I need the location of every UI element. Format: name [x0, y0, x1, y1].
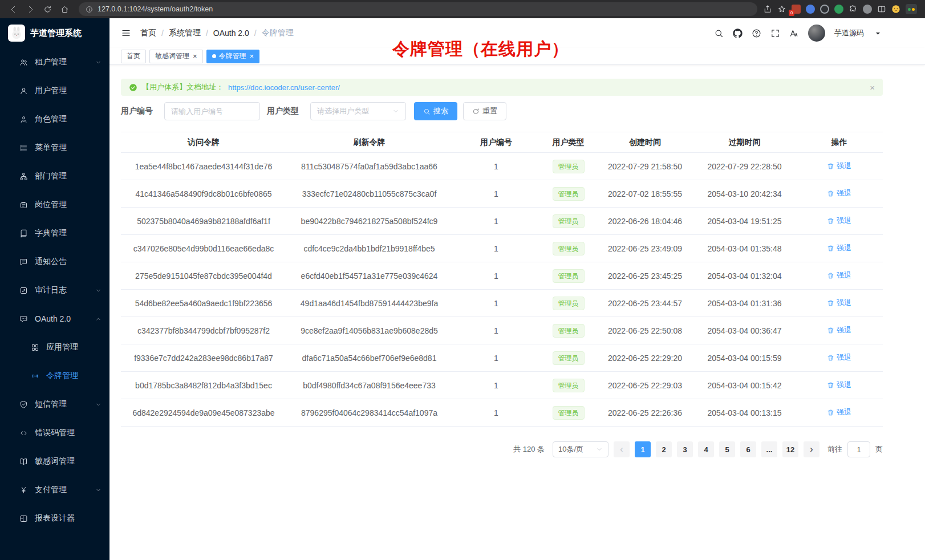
sidebar-item-oauth2-token[interactable]: 令牌管理: [0, 362, 109, 390]
search-icon: [423, 108, 431, 115]
page-button-6[interactable]: 6: [740, 441, 756, 457]
reload-button[interactable]: [40, 2, 55, 17]
page-button-4[interactable]: 4: [698, 441, 714, 457]
reset-button[interactable]: 重置: [463, 102, 506, 120]
home-button[interactable]: [57, 2, 72, 17]
tab-close-icon[interactable]: ×: [250, 52, 254, 60]
fullscreen-icon[interactable]: [770, 29, 780, 38]
sidebar-item-dept[interactable]: 部门管理: [0, 162, 109, 190]
caret-down-icon[interactable]: [873, 29, 883, 38]
sidebar-item-post[interactable]: 岗位管理: [0, 190, 109, 219]
tab-sensitive-word[interactable]: 敏感词管理×: [149, 50, 203, 63]
bookmark-star-icon[interactable]: [777, 5, 786, 14]
sidebar-item-error-code[interactable]: 错误码管理: [0, 419, 109, 447]
tab-label: 首页: [127, 51, 140, 61]
force-logout-button[interactable]: 强退: [827, 216, 851, 226]
user-id-cell: 1: [452, 208, 540, 235]
sidebar-item-sensitive-word[interactable]: 敏感词管理: [0, 447, 109, 476]
dark-extension-icon[interactable]: [820, 5, 829, 14]
book-icon: [19, 457, 28, 466]
force-logout-button[interactable]: 强退: [827, 188, 851, 198]
force-logout-button[interactable]: 强退: [827, 352, 851, 363]
back-button[interactable]: [6, 2, 21, 17]
sidebar-item-report[interactable]: 报表设计器: [0, 504, 109, 533]
profile-avatar[interactable]: [906, 4, 917, 14]
delete-icon: [827, 163, 834, 170]
sidebar-item-notice[interactable]: 通知公告: [0, 247, 109, 276]
broadcast-icon: [31, 372, 39, 380]
refresh-token-cell: cdfc4ce9c2da4bb1bdf21b9918ff4be5: [286, 235, 452, 262]
breadcrumb-item[interactable]: 系统管理: [169, 28, 201, 38]
tab-label: 敏感词管理: [155, 51, 189, 61]
force-logout-button[interactable]: 强退: [827, 407, 851, 417]
page-button-5[interactable]: 5: [719, 441, 735, 457]
delete-icon: [827, 245, 834, 252]
breadcrumb-item[interactable]: 令牌管理: [262, 28, 294, 38]
doc-link[interactable]: https://doc.iocoder.cn/user-center/: [228, 83, 340, 92]
github-icon[interactable]: [733, 29, 743, 38]
extensions-puzzle-icon[interactable]: [849, 5, 858, 14]
code-icon: [19, 429, 28, 437]
user-type-tag: 管理员: [553, 242, 585, 255]
share-icon[interactable]: [763, 5, 772, 14]
sidebar-item-audit-log[interactable]: 审计日志: [0, 276, 109, 305]
page-button-3[interactable]: 3: [677, 441, 693, 457]
user-id-input[interactable]: [164, 102, 260, 120]
force-logout-button[interactable]: 强退: [827, 161, 851, 171]
menu-collapse-icon[interactable]: [121, 28, 131, 38]
page-button-1[interactable]: 1: [635, 441, 651, 457]
tab-token[interactable]: 令牌管理×: [206, 50, 260, 63]
green-extension-icon[interactable]: [834, 5, 843, 14]
prev-page-button[interactable]: ‹: [614, 441, 630, 457]
alert-close-icon[interactable]: ×: [870, 83, 875, 92]
force-logout-button[interactable]: 强退: [827, 270, 851, 281]
sidebar-item-label: 字典管理: [35, 228, 67, 238]
user-avatar[interactable]: [808, 25, 825, 42]
goto-page-input[interactable]: [847, 441, 870, 457]
site-info-icon[interactable]: [86, 6, 93, 13]
tab-home[interactable]: 首页: [121, 50, 146, 63]
tab-close-icon[interactable]: ×: [193, 52, 197, 60]
address-bar[interactable]: 127.0.0.1:1024/system/oauth2/token: [79, 2, 757, 16]
user-type-tag: 管理员: [553, 160, 585, 173]
blue-extension-icon[interactable]: [806, 5, 815, 14]
page-button-...[interactable]: ...: [761, 441, 777, 457]
sidebar-item-tenant[interactable]: 租户管理: [0, 48, 109, 76]
delete-icon: [827, 409, 834, 416]
sidebar-item-label: 审计日志: [35, 285, 67, 295]
forward-button[interactable]: [23, 2, 38, 17]
profile-emoji-avatar[interactable]: [891, 5, 900, 14]
page-button-12[interactable]: 12: [782, 441, 798, 457]
sidebar-item-oauth2[interactable]: OAuth 2.0: [0, 305, 109, 333]
split-view-icon[interactable]: [877, 5, 886, 14]
access-token-cell: 41c41346a548490f9dc8b01c6bfe0865: [121, 180, 286, 208]
sidebar-item-oauth2-app[interactable]: 应用管理: [0, 333, 109, 362]
sidebar-item-menu[interactable]: 菜单管理: [0, 133, 109, 162]
page-button-2[interactable]: 2: [656, 441, 672, 457]
sidebar-item-dict[interactable]: 字典管理: [0, 219, 109, 247]
force-logout-button[interactable]: 强退: [827, 243, 851, 253]
adblock-extension-icon[interactable]: 0: [792, 5, 801, 14]
breadcrumb-item[interactable]: OAuth 2.0: [213, 29, 249, 38]
force-logout-button[interactable]: 强退: [827, 380, 851, 390]
breadcrumb-item[interactable]: 首页: [140, 28, 156, 38]
sidebar-item-pay[interactable]: 支付管理: [0, 476, 109, 504]
force-logout-button[interactable]: 强退: [827, 325, 851, 335]
sidebar-item-user[interactable]: 用户管理: [0, 76, 109, 105]
user-type-select[interactable]: 请选择用户类型: [310, 102, 406, 120]
search-icon[interactable]: [714, 29, 724, 38]
force-logout-button[interactable]: 强退: [827, 298, 851, 308]
table-row: b0d1785bc3a8482f812db4a3f3bd15ecb0df4980…: [121, 372, 883, 399]
question-icon[interactable]: [752, 29, 761, 38]
sidebar-item-role[interactable]: 角色管理: [0, 105, 109, 133]
user-id-cell: 1: [452, 235, 540, 262]
next-page-button[interactable]: ›: [804, 441, 819, 457]
page-size-select[interactable]: 10条/页: [553, 441, 608, 457]
user-name[interactable]: 芋道源码: [834, 28, 864, 38]
access-token-cell: c347026e805e4d99b0d116eae66eda8c: [121, 235, 286, 262]
font-size-icon[interactable]: [789, 29, 799, 38]
gray-extension-icon[interactable]: [863, 5, 872, 14]
sidebar-item-sms[interactable]: 短信管理: [0, 390, 109, 419]
app-logo[interactable]: 芋道管理系统: [0, 18, 109, 48]
search-button[interactable]: 搜索: [414, 102, 457, 120]
